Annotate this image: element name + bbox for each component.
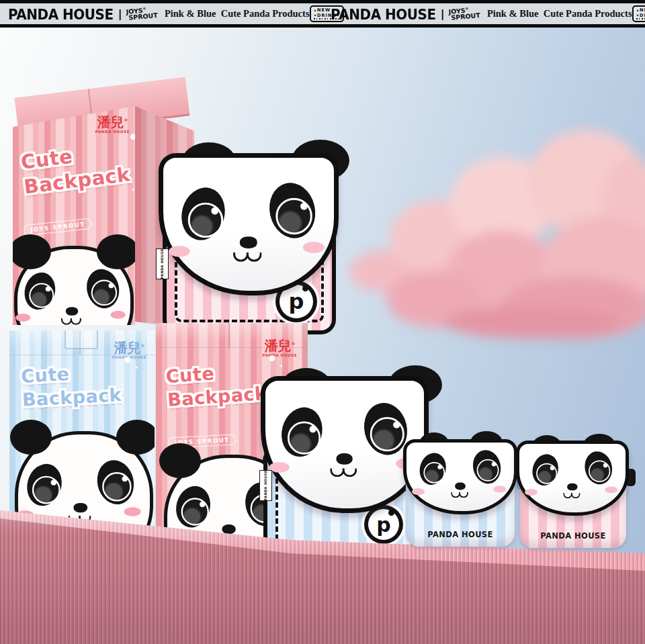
eye-icon (536, 463, 557, 484)
bag-small-pink: PANDA HOUSE (516, 434, 632, 549)
eye-icon (32, 476, 60, 504)
panda-house-logo: PANDA HOUSE (8, 5, 114, 23)
cheek (412, 488, 425, 495)
divider: | (441, 7, 445, 20)
brand-tag: PANDA HOUSE (156, 248, 169, 279)
eye-icon (29, 283, 54, 308)
panda-face (269, 400, 419, 494)
barcode (636, 18, 645, 19)
registered-mark: ® (466, 7, 470, 11)
header-bar: PANDA HOUSE | JOYS®SPROUT Pink & Blue Cu… (0, 0, 645, 28)
mouth-icon (233, 252, 261, 262)
p-badge: p (364, 505, 403, 544)
product-box-blue: 潘兒® PANDA HOUSE CuteBackpack JOYS SPROUT (9, 330, 155, 540)
panda-house-cn-logo: 潘兒® PANDA HOUSE (95, 116, 130, 134)
bag-flap (516, 441, 629, 516)
eye-icon (181, 498, 209, 525)
cheek (110, 311, 125, 319)
tagline: Pink & Blue Cute Panda Products (165, 8, 310, 19)
mouth-icon (330, 468, 357, 477)
backpack-large-pink: p PANDA HOUSE (159, 140, 341, 336)
bag-flap (403, 439, 517, 514)
cloud-puff (443, 306, 621, 338)
badge-label-row: ✦ ✦ NEW DRINK ✦ ✦ (636, 7, 645, 18)
panda-house-logo: PANDA HOUSE (331, 5, 436, 23)
eye-icon (275, 198, 312, 234)
panda-ear-icon (97, 234, 135, 269)
pink-cloud (349, 120, 645, 321)
panda-face (525, 449, 620, 509)
panda-face (14, 246, 134, 325)
bag-flap (159, 153, 339, 295)
eye-icon (477, 459, 499, 481)
panda-ear-icon (116, 420, 155, 455)
joys-sprout-logo: JOYS®SPROUT (126, 6, 159, 21)
panda-face (169, 179, 329, 279)
nose-icon (240, 236, 257, 248)
eye-icon (370, 417, 404, 451)
mouth-icon (451, 492, 468, 498)
cheek (269, 462, 290, 473)
nose-icon (74, 503, 88, 512)
brand-print: PANDA HOUSE (520, 531, 626, 541)
header-group-right: PANDA HOUSE | JOYS®SPROUT Pink & Blue Cu… (322, 3, 645, 24)
eye-icon (102, 472, 131, 501)
header-group-left: PANDA HOUSE | JOYS®SPROUT Pink & Blue Cu… (0, 3, 322, 24)
tagline: Pink & Blue Cute Panda Products (487, 8, 632, 19)
nose-icon (222, 524, 235, 534)
panda-house-cn-logo: 潘兒® PANDA HOUSE (263, 339, 297, 358)
divider: | (118, 7, 122, 20)
mouth-icon (61, 318, 81, 325)
box-title: CuteBackpack (20, 360, 122, 412)
eye-icon (589, 461, 610, 482)
mouth-icon (563, 493, 580, 498)
cheek (303, 242, 325, 253)
new-drink-badge: ✦ ✦ NEW DRINK ✦ ✦ (632, 5, 645, 22)
nose-icon (337, 453, 353, 465)
registered-mark: ® (143, 7, 147, 11)
box-title: CuteBackpack (165, 359, 268, 412)
panda-ear-icon (13, 234, 51, 269)
eye-icon (423, 462, 445, 484)
badge-label: NEW DRINK (640, 7, 645, 18)
header-band: PANDA HOUSE | JOYS®SPROUT Pink & Blue Cu… (0, 3, 645, 24)
panda-ear-icon (159, 443, 201, 478)
cheek (169, 246, 190, 257)
eye-icon (188, 203, 223, 238)
eye-icon (288, 422, 320, 455)
box-title: CuteBackpack (19, 138, 132, 200)
panda-ear-icon (10, 420, 52, 455)
panda-face (412, 448, 509, 508)
product-hero-image: PANDA HOUSE | JOYS®SPROUT Pink & Blue Cu… (0, 0, 645, 644)
brand-print: PANDA HOUSE (406, 530, 515, 539)
brand-tag: PANDA HOUSE (259, 470, 272, 501)
cheek (605, 486, 617, 493)
cheek (15, 314, 30, 322)
nose-icon (455, 483, 466, 490)
eye-icon (91, 280, 118, 306)
product-box-pink-top: 潘兒® PANDA HOUSE CuteBackpack JOYS SPROUT (13, 106, 135, 325)
box-subtitle: JOYS SPROUT (23, 218, 92, 236)
bag-small-blue: PANDA HOUSE (402, 431, 521, 548)
panda-house-cn-logo: 潘兒® PANDA HOUSE (112, 341, 146, 360)
cheek (525, 489, 538, 496)
joys-sprout-logo: JOYS®SPROUT (449, 6, 481, 21)
nose-icon (66, 307, 78, 316)
cheek (493, 486, 506, 492)
cheek (124, 507, 141, 516)
box-hang-tab (64, 330, 98, 349)
nose-icon (567, 484, 577, 491)
